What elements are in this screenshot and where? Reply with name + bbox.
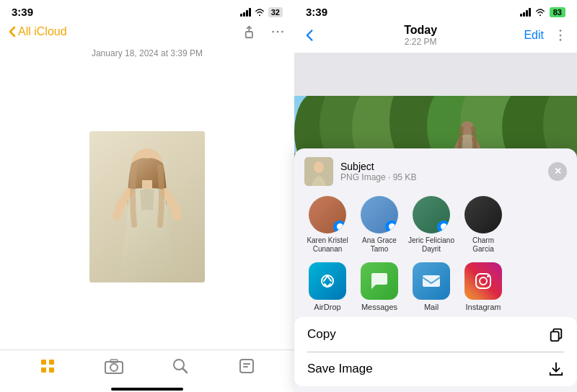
svg-point-1 (272, 31, 274, 33)
right-status-icons: 83 (520, 7, 565, 17)
signal-icon (240, 8, 251, 17)
home-indicator-left (111, 388, 183, 391)
share-subtitle: PNG Image · 95 KB (340, 172, 541, 182)
svg-point-35 (480, 277, 487, 285)
svg-point-36 (487, 275, 489, 277)
svg-point-3 (281, 31, 283, 33)
left-status-icons: 32 (240, 7, 283, 17)
instagram-icon (464, 262, 502, 300)
share-title-area: Subject PNG Image · 95 KB (340, 161, 541, 182)
messages-icon (361, 262, 398, 300)
right-back-icon[interactable] (303, 28, 317, 43)
wifi-icon (254, 8, 265, 17)
right-nav-bar: Today 2:22 PM Edit (294, 21, 577, 53)
nav-title-main: Today (404, 24, 437, 37)
app-messages[interactable]: Messages (353, 262, 405, 311)
svg-rect-8 (49, 360, 54, 365)
svg-rect-7 (41, 360, 46, 365)
back-button[interactable]: All iCloud (9, 25, 67, 38)
messenger-badge-karen (333, 220, 346, 233)
contact-karen[interactable]: Karen KristelCunanan (301, 196, 353, 254)
app-name-airdrop: AirDrop (314, 303, 340, 311)
contact-charm[interactable]: CharmGarcia (457, 196, 509, 254)
share-sheet-header: Subject PNG Image · 95 KB ✕ (294, 148, 577, 192)
svg-point-16 (560, 30, 562, 32)
messenger-badge-ana (385, 220, 398, 233)
contact-ana[interactable]: Ana GraceTamo (353, 196, 405, 254)
gray-area (294, 53, 577, 96)
copy-icon (548, 326, 564, 342)
app-name-mail: Mail (424, 303, 439, 311)
contact-name-charm: CharmGarcia (472, 236, 494, 254)
app-mail[interactable]: Mail (405, 262, 457, 311)
save-image-action[interactable]: Save Image (294, 352, 577, 386)
left-panel: 3:39 32 All iCloud (0, 0, 294, 392)
tab-edit[interactable] (237, 356, 257, 376)
edit-button[interactable]: Edit (524, 29, 544, 42)
svg-point-18 (560, 39, 562, 41)
right-more-icon[interactable] (552, 27, 568, 43)
share-sheet: Subject PNG Image · 95 KB ✕ Karen Kriste… (294, 148, 577, 393)
svg-rect-0 (246, 32, 252, 37)
bottom-tab-bar (0, 349, 294, 385)
right-wifi-icon (534, 8, 546, 17)
battery-icon: 32 (268, 7, 283, 17)
avatar-karen (309, 196, 346, 233)
right-signal-icon (520, 8, 531, 17)
avatar-jeric (413, 196, 450, 233)
svg-rect-9 (41, 368, 46, 373)
tab-search[interactable] (170, 356, 190, 376)
right-nav-actions: Edit (524, 27, 568, 43)
apps-row: AirDrop Messages Mail (294, 259, 577, 317)
svg-rect-10 (49, 368, 54, 373)
share-title: Subject (340, 161, 541, 172)
svg-point-17 (560, 35, 562, 37)
avatar-charm (464, 196, 502, 233)
contact-name-jeric: Jeric FelicianoDayrit (408, 236, 454, 254)
share-thumbnail (304, 157, 333, 186)
left-nav-actions (244, 24, 286, 40)
back-label: All iCloud (18, 25, 67, 38)
contact-name-ana: Ana GraceTamo (362, 236, 397, 254)
share-icon[interactable] (244, 24, 260, 40)
contacts-row: Karen KristelCunanan Ana GraceTamo (294, 192, 577, 259)
photo-viewer (0, 64, 294, 349)
svg-point-14 (174, 360, 184, 370)
app-name-instagram: Instagram (466, 303, 501, 311)
svg-point-31 (314, 161, 324, 173)
tab-camera[interactable] (104, 356, 124, 376)
app-instagram[interactable]: Instagram (457, 262, 509, 311)
action-list: Copy Save Image (294, 317, 577, 387)
right-nav-title: Today 2:22 PM (404, 24, 437, 47)
chevron-left-icon (9, 26, 16, 37)
left-status-bar: 3:39 32 (0, 0, 294, 21)
app-name-messages: Messages (361, 303, 397, 311)
app-airdrop[interactable]: AirDrop (301, 262, 353, 311)
save-image-icon (548, 361, 564, 377)
dress-figure-svg (89, 131, 205, 282)
contact-name-karen: Karen KristelCunanan (307, 236, 348, 254)
copy-label: Copy (307, 327, 336, 342)
svg-point-12 (110, 364, 118, 371)
right-status-bar: 3:39 83 (294, 0, 577, 21)
svg-rect-38 (551, 331, 559, 341)
tab-grid[interactable] (38, 356, 58, 376)
left-nav-bar: All iCloud (0, 21, 294, 45)
right-panel: 3:39 83 Today 2:22 PM Edit (294, 0, 577, 392)
nav-title-sub: 2:22 PM (404, 37, 437, 47)
share-thumb-image (304, 157, 333, 186)
left-status-time: 3:39 (12, 6, 33, 18)
more-icon[interactable] (270, 24, 286, 40)
save-image-label: Save Image (307, 362, 373, 376)
contact-jeric[interactable]: Jeric FelicianoDayrit (405, 196, 457, 254)
right-battery-icon: 83 (550, 7, 565, 17)
close-share-button[interactable]: ✕ (548, 162, 567, 181)
mail-icon (413, 262, 450, 300)
copy-action[interactable]: Copy (294, 317, 577, 352)
right-status-time: 3:39 (306, 6, 327, 18)
airdrop-icon (309, 262, 346, 300)
avatar-ana (361, 196, 398, 233)
photo-date: January 18, 2024 at 3:39 PM (0, 45, 294, 64)
svg-point-2 (277, 31, 279, 33)
dress-photo (89, 131, 205, 282)
